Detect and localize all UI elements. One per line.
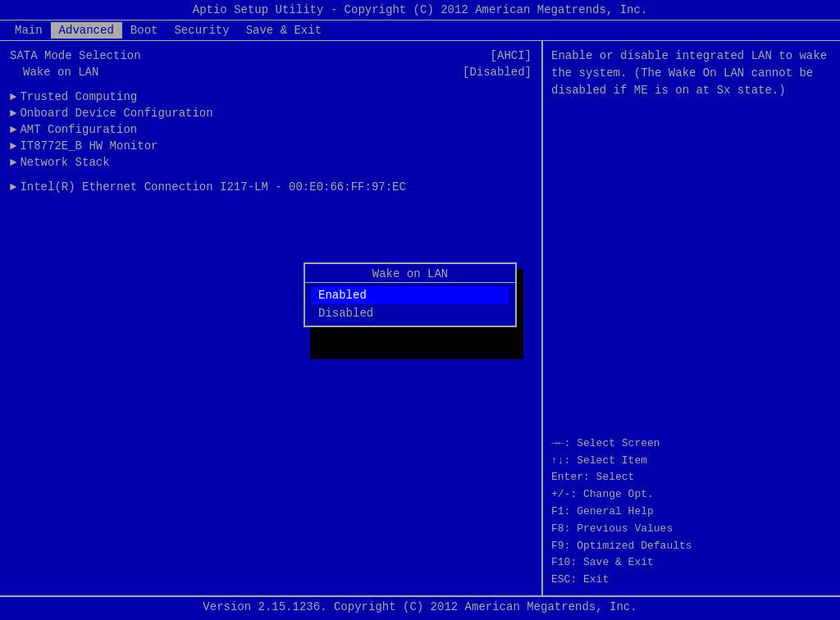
left-panel: SATA Mode Selection [AHCI] Wake on LAN [… (0, 41, 541, 595)
arrow-icon-3: ► (10, 139, 16, 153)
menu-entries: ► Trusted Computing► Onboard Device Conf… (10, 80, 532, 195)
menu-entry-label-0: Trusted Computing (20, 90, 137, 103)
key-help-item: F1: General Help (551, 504, 832, 521)
menu-item-boot[interactable]: Boot (122, 22, 167, 39)
menu-item-main[interactable]: Main (7, 22, 51, 39)
key-help-item: F8: Previous Values (551, 521, 832, 538)
menu-entry-label-1: Onboard Device Configuration (20, 107, 212, 120)
popup-option-1[interactable]: Disabled (312, 304, 509, 322)
arrow-icon-4: ► (10, 156, 16, 169)
popup-options: EnabledDisabled (305, 283, 515, 326)
menu-item-security[interactable]: Security (166, 22, 237, 39)
menu-item-save-and-exit[interactable]: Save & Exit (238, 22, 330, 39)
wake-on-lan-value: [Disabled] (463, 66, 532, 79)
help-text: Enable or disable integrated LAN to wake… (551, 48, 832, 99)
key-help-item: F10: Save & Exit (551, 554, 832, 572)
menu-entry-1[interactable]: ► Onboard Device Configuration (10, 105, 532, 121)
arrow-icon-0: ► (10, 90, 16, 103)
menu-entry-label-3: IT8772E_B HW Monitor (20, 139, 158, 153)
key-help-item: ESC: Exit (551, 572, 832, 589)
arrow-icon-2: ► (10, 123, 16, 136)
menu-entry-label-4: Network Stack (20, 156, 109, 169)
menu-entry-4[interactable]: ► Network Stack (10, 154, 532, 171)
popup-overlay: Wake on LAN EnabledDisabled (304, 262, 517, 327)
popup-option-0[interactable]: Enabled (312, 286, 509, 304)
popup-box: Wake on LAN EnabledDisabled (304, 262, 517, 327)
menu-bar: MainAdvancedBootSecuritySave & Exit (0, 20, 840, 41)
title-text: Aptio Setup Utility - Copyright (C) 2012… (193, 3, 648, 16)
key-help: →←: Select Screen↑↓: Select ItemEnter: S… (551, 435, 832, 589)
menu-item-advanced[interactable]: Advanced (51, 22, 122, 39)
sata-mode-row[interactable]: SATA Mode Selection [AHCI] (10, 48, 532, 64)
menu-entry-label-5: Intel(R) Ethernet Connection I217-LM - 0… (20, 180, 405, 194)
wake-on-lan-label: Wake on LAN (10, 66, 98, 79)
footer-text: Version 2.15.1236. Copyright (C) 2012 Am… (203, 600, 637, 613)
title-bar: Aptio Setup Utility - Copyright (C) 2012… (0, 0, 840, 20)
popup-title: Wake on LAN (305, 264, 515, 283)
key-help-item: +/-: Change Opt. (551, 486, 832, 504)
footer: Version 2.15.1236. Copyright (C) 2012 Am… (0, 595, 840, 617)
menu-entry-2[interactable]: ► AMT Configuration (10, 121, 532, 138)
menu-entry-label-2: AMT Configuration (20, 123, 137, 136)
menu-entry-3[interactable]: ► IT8772E_B HW Monitor (10, 138, 532, 154)
sata-mode-value: [AHCI] (491, 49, 532, 62)
key-help-item: F9: Optimized Defaults (551, 538, 832, 555)
sata-mode-label: SATA Mode Selection (10, 49, 141, 62)
main-content: SATA Mode Selection [AHCI] Wake on LAN [… (0, 41, 840, 595)
menu-entry-5[interactable]: ► Intel(R) Ethernet Connection I217-LM -… (10, 179, 532, 195)
key-help-item: ↑↓: Select Item (551, 453, 832, 470)
wake-on-lan-row[interactable]: Wake on LAN [Disabled] (10, 64, 532, 80)
key-help-item: →←: Select Screen (551, 435, 832, 453)
arrow-icon-1: ► (10, 107, 16, 120)
right-panel: Enable or disable integrated LAN to wake… (541, 41, 840, 595)
arrow-icon-5: ► (10, 180, 16, 194)
key-help-item: Enter: Select (551, 469, 832, 486)
menu-entry-0[interactable]: ► Trusted Computing (10, 89, 532, 105)
